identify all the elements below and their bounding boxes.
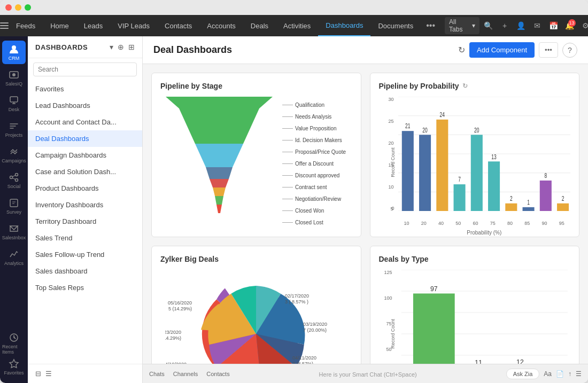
more-options-button[interactable]: ••• (539, 42, 558, 58)
search-icon[interactable]: 🔍 (482, 18, 496, 33)
pie-chart-container: 02/17/2020 3 ( 8.57% ) 03/19/2020 7 (20.… (160, 270, 352, 364)
sidebar-item-survey[interactable]: Survey (2, 194, 26, 218)
svg-text:20: 20 (474, 127, 479, 134)
svg-rect-48 (557, 204, 569, 211)
funnel-label-decision-makers: Id. Decision Makers (282, 134, 352, 146)
sidebar-bottom-icon-2[interactable]: ☰ (45, 370, 52, 378)
sidebar-collapse-icon[interactable]: ⊞ (128, 43, 135, 51)
sidebar-item-account-contact[interactable]: Account and Contact Da... (28, 114, 142, 130)
nav-more-tabs[interactable]: ••• (421, 21, 440, 30)
sidebar-item-campaigns[interactable]: Campaigns (2, 143, 26, 167)
bottom-right: Ask Zia Aa 📄 ↑ ☰ (506, 369, 582, 379)
svg-marker-15 (190, 132, 249, 144)
sidebar-item-case-solution[interactable]: Case and Solution Dash... (28, 163, 142, 180)
search-input[interactable] (33, 62, 137, 76)
contacts-tab[interactable]: Contacts (206, 371, 229, 377)
sidebar-item-desk[interactable]: Desk (2, 92, 26, 115)
sidebar-item-analytics[interactable]: Analytics (2, 246, 26, 269)
add-component-button[interactable]: Add Component (469, 42, 535, 58)
maximize-button[interactable] (25, 4, 31, 11)
svg-text:20: 20 (422, 127, 428, 134)
ask-zia-button[interactable]: Ask Zia (506, 369, 540, 379)
email-icon[interactable]: ✉ (530, 18, 544, 33)
sidebar-item-campaign-dashboards[interactable]: Campaign Dashboards (28, 147, 142, 163)
sidebar-item-product-dashboards[interactable]: Product Dashboards (28, 180, 142, 197)
all-tabs-dropdown[interactable]: All Tabs ▾ (445, 17, 479, 34)
nav-tab-home[interactable]: Home (43, 15, 76, 36)
svg-marker-12 (166, 97, 273, 108)
minimize-button[interactable] (15, 4, 21, 11)
nav-tab-contacts[interactable]: Contacts (157, 15, 199, 36)
settings-icon[interactable]: ⚙ (579, 18, 588, 33)
nav-tabs: Feeds Home Leads VIP Leads Contacts Acco… (9, 15, 440, 36)
refresh-button[interactable]: ↻ (458, 45, 465, 55)
svg-point-8 (10, 176, 13, 179)
deals-by-type-title: Deals by Type (379, 255, 571, 263)
chats-tab[interactable]: Chats (149, 371, 165, 377)
svg-marker-16 (195, 144, 243, 155)
calendar-icon[interactable]: 📅 (546, 18, 560, 33)
sidebar-item-deal-dashboards[interactable]: Deal Dashboards (28, 130, 142, 147)
sidebar-item-sales-dashboard[interactable]: Sales dashboard (28, 263, 142, 279)
nav-tab-vip-leads[interactable]: VIP Leads (110, 15, 157, 36)
sidebar-item-salesinbox[interactable]: SalesInbox (2, 220, 26, 244)
svg-text:2: 2 (561, 196, 564, 202)
sidebar-item-sales-followup[interactable]: Sales Follow-up Trend (28, 246, 142, 263)
svg-text:8: 8 (544, 173, 547, 179)
prob-x-95: 95 (559, 221, 564, 226)
pipeline-by-probability-title: Pipeline by Probability ↻ (379, 82, 571, 90)
hamburger-menu-icon[interactable] (0, 15, 9, 36)
prob-x-20: 20 (421, 221, 427, 226)
prob-x-50: 50 (455, 221, 461, 226)
sidebar-item-lead-dashboards[interactable]: Lead Dashboards (28, 97, 142, 114)
sidebar-item-territory-dashboard[interactable]: Territory Dashboard (28, 213, 142, 230)
nav-tab-accounts[interactable]: Accounts (199, 15, 243, 36)
svg-rect-6 (10, 97, 18, 102)
sidebar-item-top-sales-reps[interactable]: Top Sales Reps (28, 279, 142, 296)
bottom-icon-2[interactable]: 📄 (556, 370, 564, 378)
nav-tab-leads[interactable]: Leads (76, 15, 110, 36)
content-actions: ↻ Add Component ••• ? (458, 42, 577, 58)
sidebar-plus-icon[interactable]: ⊕ (118, 43, 124, 51)
svg-rect-40 (488, 161, 500, 211)
pie-label-0423: 04/23/2020 (165, 330, 181, 335)
nav-tab-feeds[interactable]: Feeds (9, 15, 43, 36)
pipeline-by-stage-title: Pipeline by Stage (160, 82, 352, 90)
nav-tab-activities[interactable]: Activities (276, 15, 318, 36)
svg-text:3 ( 8.57% ): 3 ( 8.57% ) (285, 299, 308, 304)
sidebar-item-recent[interactable]: Recent Items (2, 332, 26, 355)
contacts-icon[interactable]: 👤 (514, 18, 528, 33)
add-icon[interactable]: + (498, 18, 512, 33)
sidebar-item-favorites[interactable]: Favorites (28, 81, 142, 97)
pie-label-0319: 03/19/2020 (303, 322, 327, 327)
nav-tab-deals[interactable]: Deals (243, 15, 276, 36)
prob-x-80: 80 (507, 221, 513, 226)
sidebar-item-inventory-dashboards[interactable]: Inventory Dashboards (28, 197, 142, 213)
app-sidebar-bottom: Recent Items Favorites (2, 332, 26, 379)
sidebar-item-salesiq[interactable]: SalesIQ (2, 66, 26, 90)
help-button[interactable]: ? (562, 43, 577, 58)
sidebar-add-icon[interactable]: ▾ (110, 43, 113, 51)
svg-point-3 (12, 45, 16, 50)
notification-badge: 13 (568, 19, 576, 27)
sidebar-item-social[interactable]: Social (2, 169, 26, 192)
deals-by-type-card: Deals by Type Record Count 125 100 75 50… (370, 246, 580, 364)
sidebar-bottom-icon-1[interactable]: ⊟ (35, 370, 41, 378)
prob-refresh-icon[interactable]: ↻ (462, 82, 468, 90)
bottom-icon-1[interactable]: Aa (544, 370, 552, 378)
sidebar-item-projects[interactable]: Projects (2, 118, 26, 141)
dashboard-grid: Pipeline by Stage (143, 64, 588, 364)
nav-tab-dashboards[interactable]: Dashboards (318, 15, 370, 36)
bottom-icon-3[interactable]: ↑ (568, 370, 571, 378)
bottom-icon-4[interactable]: ☰ (576, 370, 582, 378)
prob-x-90: 90 (542, 221, 547, 226)
sidebar-item-favorites[interactable]: Favorites (2, 355, 26, 379)
smart-chat-placeholder[interactable]: Here is your Smart Chat (Ctrl+Space) (319, 371, 417, 378)
notifications-icon[interactable]: 🔔 13 (562, 18, 576, 33)
sidebar-item-crm[interactable]: CRM (2, 41, 26, 64)
svg-text:12: 12 (516, 358, 524, 364)
sidebar-item-sales-trend[interactable]: Sales Trend (28, 230, 142, 246)
nav-tab-documents[interactable]: Documents (370, 15, 421, 36)
channels-tab[interactable]: Channels (173, 371, 198, 377)
close-button[interactable] (5, 4, 12, 11)
